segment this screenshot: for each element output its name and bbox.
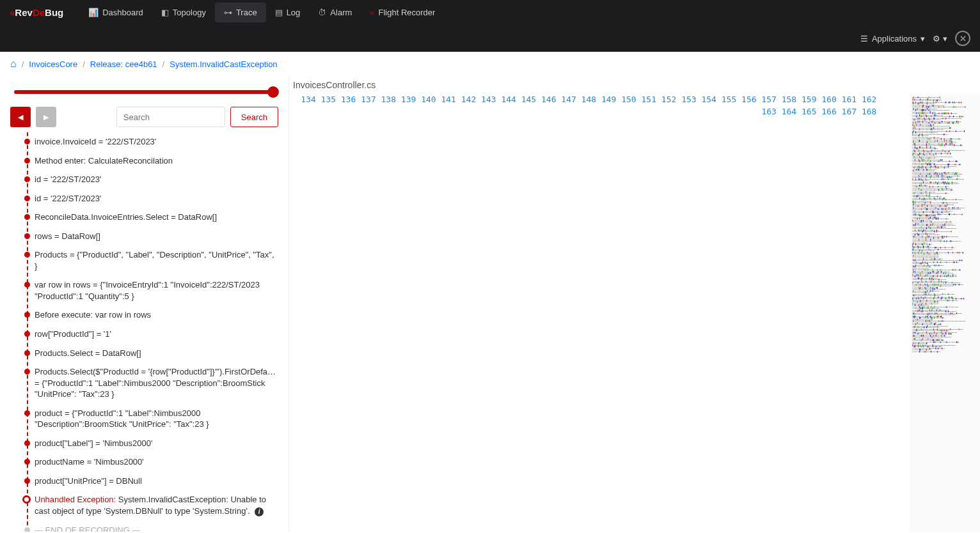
step-back-icon: ◀ <box>18 113 23 121</box>
trace-row[interactable]: id = '222/ST/2023' <box>23 170 277 189</box>
breadcrumb-sep: / <box>22 59 24 69</box>
settings-button[interactable]: ⚙▾ <box>933 34 947 43</box>
trace-dot <box>24 410 30 416</box>
trace-dot <box>24 176 30 182</box>
slider-thumb[interactable] <box>267 86 279 98</box>
trace-dot <box>24 312 30 318</box>
nav-alarm[interactable]: ⏱Alarm <box>309 3 361 22</box>
trace-row[interactable]: Before execute: var row in rows <box>23 305 277 325</box>
code-panel: InvoicesController.cs 134 135 136 137 13… <box>289 76 980 532</box>
fold-gutter <box>883 94 910 532</box>
trace-dot <box>24 158 30 164</box>
trace-row[interactable]: rows = DataRow[] <box>23 227 277 246</box>
trace-icon: ⊶ <box>224 8 232 17</box>
trace-dot <box>24 459 30 465</box>
trace-dot <box>24 196 30 201</box>
trace-row-exception[interactable]: Unhandled Exception: System.InvalidCastE… <box>23 490 277 520</box>
breadcrumb-project[interactable]: InvoicesCore <box>29 59 77 69</box>
nav-topology-label: Topology <box>173 8 206 17</box>
applications-dropdown[interactable]: ☰ Applications ▾ <box>860 34 925 43</box>
apps-icon: ☰ <box>860 34 868 43</box>
trace-row[interactable]: Products.Select = DataRow[] <box>23 344 277 363</box>
trace-row[interactable]: ReconcileData.InvoiceEntries.Select = Da… <box>23 208 277 227</box>
step-forward-button[interactable]: ▶ <box>36 107 56 127</box>
top-navbar: «RevDeBug 📊Dashboard ◧Topology ⊶Trace ▤L… <box>0 0 980 25</box>
trace-text: productName = 'Nimbus2000' <box>35 457 144 467</box>
trace-text: id = '222/ST/2023' <box>35 194 101 203</box>
trace-controls: ◀ ▶ Search <box>8 107 281 127</box>
trace-row[interactable]: id = '222/ST/2023' <box>23 189 277 208</box>
trace-dot <box>24 139 30 144</box>
trace-row[interactable]: Products.Select($"ProductId = '{row["Pro… <box>23 362 277 404</box>
trace-dot-selected <box>22 495 31 504</box>
nav-recorder-label: Flight Recorder <box>379 8 436 17</box>
trace-text: product["UnitPrice"] = DBNull <box>35 476 142 486</box>
trace-row[interactable]: product["Label"] = 'Nimbus2000' <box>23 434 277 453</box>
trace-dot <box>24 331 30 337</box>
trace-dot <box>24 369 30 375</box>
trace-text: Before execute: var row in rows <box>35 310 151 320</box>
trace-text: rows = DataRow[] <box>35 231 100 241</box>
trace-row[interactable]: product["UnitPrice"] = DBNull <box>23 472 277 491</box>
step-back-button[interactable]: ◀ <box>10 107 31 127</box>
log-icon: ▤ <box>275 8 283 17</box>
file-title: InvoicesController.cs <box>289 76 980 94</box>
close-button[interactable]: ✕ <box>955 31 970 46</box>
trace-panel: ◀ ▶ Search invoice.InvoiceId = '222/ST/2… <box>0 76 289 532</box>
trace-row[interactable]: row["ProductId"] = '1' <box>23 325 277 344</box>
trace-row[interactable]: Method enter: CalculateReconcilation <box>23 151 277 171</box>
nav-trace[interactable]: ⊶Trace <box>215 3 266 22</box>
breadcrumb-sep: / <box>162 59 165 69</box>
timeline-slider[interactable] <box>14 84 274 100</box>
trace-row[interactable]: var row in rows = {"InvoiceEntryId":1 "I… <box>23 275 277 305</box>
line-gutter: 134 135 136 137 138 139 140 141 142 143 … <box>289 94 883 532</box>
chevron-down-icon: ▾ <box>943 34 947 43</box>
step-forward-icon: ▶ <box>43 113 49 121</box>
trace-text: Products = {"ProductId", "Label", "Descr… <box>35 250 274 271</box>
nav-topology[interactable]: ◧Topology <box>152 3 215 22</box>
logo-bug: Bug <box>45 7 63 18</box>
nav-log[interactable]: ▤Log <box>266 3 310 22</box>
trace-text: Method enter: CalculateReconcilation <box>35 156 173 166</box>
search-button[interactable]: Search <box>230 107 278 127</box>
breadcrumb-release[interactable]: Release: cee4b61 <box>90 59 157 69</box>
nav-flight-recorder[interactable]: «Flight Recorder <box>361 3 444 22</box>
logo-de: De <box>33 7 45 18</box>
dashboard-icon: 📊 <box>88 8 99 17</box>
sub-navbar: ☰ Applications ▾ ⚙▾ ✕ <box>0 25 980 52</box>
trace-list[interactable]: invoice.InvoiceId = '222/ST/2023'Method … <box>8 132 281 532</box>
breadcrumb-sep: / <box>83 59 85 69</box>
search-input[interactable] <box>116 107 225 127</box>
nav-trace-label: Trace <box>236 8 257 17</box>
breadcrumb-exception[interactable]: System.InvalidCastException <box>170 59 277 69</box>
logo-rev: Rev <box>15 7 33 18</box>
topology-icon: ◧ <box>161 8 169 17</box>
trace-row[interactable]: product = {"ProductId":1 "Label":Nimbus2… <box>23 404 277 434</box>
trace-text: id = '222/ST/2023' <box>35 174 101 184</box>
nav-alarm-label: Alarm <box>330 8 352 17</box>
logo-arrows: « <box>10 7 15 18</box>
close-icon: ✕ <box>960 34 967 43</box>
trace-end-text: --- END OF RECORDING --- <box>35 525 140 532</box>
trace-text: ReconcileData.InvoiceEntries.Select = Da… <box>35 212 217 222</box>
home-icon[interactable]: ⌂ <box>10 58 17 70</box>
trace-row[interactable]: Products = {"ProductId", "Label", "Descr… <box>23 245 277 275</box>
gear-icon: ⚙ <box>933 34 940 43</box>
trace-text: Products.Select = DataRow[] <box>35 348 141 358</box>
info-icon[interactable]: i <box>255 507 264 516</box>
logo[interactable]: «RevDeBug <box>10 7 63 18</box>
trace-row[interactable]: invoice.InvoiceId = '222/ST/2023' <box>23 132 277 151</box>
trace-text: invoice.InvoiceId = '222/ST/2023' <box>35 137 156 146</box>
chevron-down-icon: ▾ <box>921 34 925 43</box>
trace-dot <box>24 252 30 258</box>
recorder-icon: « <box>370 8 374 17</box>
trace-row[interactable]: productName = 'Nimbus2000' <box>23 452 277 472</box>
code-minimap[interactable]: ▪█▪▪▪▪▪█▪▪▪▪▪▪▪▪▪▪▪▪▪█▪▪▪▪▪▪▪▪▪▪▪▪▪█▪ █▪… <box>910 94 980 532</box>
trace-text: var row in rows = {"InvoiceEntryId":1 "I… <box>35 280 260 301</box>
nav-dashboard-label: Dashboard <box>102 8 143 17</box>
main-layout: ◀ ▶ Search invoice.InvoiceId = '222/ST/2… <box>0 76 980 532</box>
applications-label: Applications <box>872 34 917 43</box>
nav-dashboard[interactable]: 📊Dashboard <box>79 3 152 22</box>
trace-text: product["Label"] = 'Nimbus2000' <box>35 438 152 448</box>
trace-dot <box>24 214 30 220</box>
